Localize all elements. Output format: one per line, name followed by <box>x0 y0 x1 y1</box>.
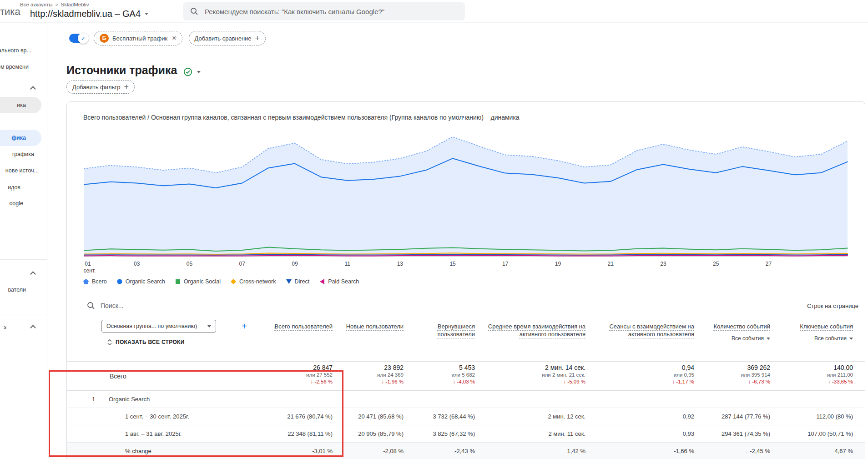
event-filter-dropdown[interactable]: Все события <box>814 335 853 343</box>
svg-text:27: 27 <box>766 261 772 267</box>
totals-cell: 26 847или 27 552↓ -2,56 % <box>247 362 333 390</box>
metric-cell: 20 471 (85,68 %) <box>333 413 404 420</box>
diamond-marker-icon <box>231 279 236 284</box>
row-name: Organic Search <box>109 396 150 403</box>
totals-cell: 140,00или 211,00↓ -33,65 % <box>770 362 853 390</box>
chevron-down-icon <box>207 325 211 328</box>
event-filter-label: Все события <box>814 335 847 343</box>
metric-cell: -2,45 % <box>694 448 770 454</box>
totals-value: 369 262 <box>747 364 770 371</box>
svg-text:сент.: сент. <box>84 267 96 274</box>
dimension-dropdown[interactable]: Основная группа... по умолчанию) <box>101 320 216 333</box>
sidebar-item[interactable]: еального вр... <box>0 47 31 54</box>
sidebar-item-label: фика <box>11 135 26 141</box>
totals-change: ↓ -2,56 % <box>310 379 333 384</box>
legend-item[interactable]: Paid Search <box>319 278 359 285</box>
column-header[interactable]: Новые пользователи <box>333 316 404 361</box>
comparison-toggle[interactable]: ✓ <box>69 34 87 43</box>
pentagon-marker-icon <box>83 279 89 284</box>
chevron-up-icon[interactable] <box>30 325 36 331</box>
column-header-label: Среднее время взаимодействия на активног… <box>475 323 585 338</box>
sidebar: еального вр...ом времениикафикатрафикано… <box>0 23 47 459</box>
sidebar-item[interactable]: нове источ... <box>5 167 39 174</box>
event-filter-dropdown[interactable]: Все события <box>732 335 770 343</box>
svg-text:09: 09 <box>292 261 298 267</box>
column-header[interactable]: ↓Всего пользователей <box>247 316 333 361</box>
legend-item[interactable]: Direct <box>286 278 310 285</box>
sidebar-item[interactable]: фика <box>0 130 41 146</box>
metric-cell: 22 348 (81,11 %) <box>247 430 333 437</box>
breadcrumb-separator-icon: > <box>56 2 58 7</box>
report-caret-icon[interactable] <box>197 71 201 73</box>
totals-change: ↓ -5,09 % <box>563 379 585 384</box>
breadcrumb-account[interactable]: SkladMebliv <box>61 2 89 7</box>
page-title[interactable]: Источники трафика <box>66 64 177 79</box>
table-body: 1Organic Search1 сент. – 30 сент. 2025г.… <box>67 391 865 459</box>
metric-cell: 2 мин. 12 сек. <box>475 413 585 420</box>
check-circle-icon[interactable] <box>183 67 192 76</box>
sidebar-item[interactable]: идов <box>8 184 20 191</box>
sidebar-item[interactable]: oogle <box>9 200 23 207</box>
sidebar-item[interactable]: s <box>4 324 6 330</box>
metric-cell: 3 732 (68,44 %) <box>404 413 475 420</box>
legend-label: Organic Search <box>126 278 165 285</box>
rows-per-page-label[interactable]: Строк на странице <box>807 303 858 309</box>
svg-text:13: 13 <box>397 261 404 267</box>
column-header[interactable]: Сеансы с взаимодействием на активного по… <box>585 316 694 361</box>
svg-text:05: 05 <box>187 261 193 267</box>
column-header[interactable]: Вернувшиеся пользователи <box>404 316 475 361</box>
chevron-up-icon[interactable] <box>30 86 36 92</box>
close-icon[interactable]: × <box>172 35 176 42</box>
totals-change: ↓ -1,17 % <box>672 379 694 384</box>
add-dimension-plus-icon[interactable]: + <box>242 322 247 331</box>
comparison-chip-free-traffic[interactable]: Б Бесплатный трафик × <box>94 31 182 45</box>
legend-item[interactable]: Cross-network <box>231 278 276 285</box>
column-header[interactable]: Среднее время взаимодействия на активног… <box>475 316 585 361</box>
divider <box>0 314 47 314</box>
breadcrumb[interactable]: Все аккаунты > SkladMebliv <box>20 2 89 7</box>
totals-value: 26 847 <box>313 364 333 371</box>
triangle-down-marker-icon <box>286 279 292 284</box>
legend-item[interactable]: Всего <box>83 278 107 285</box>
sort-descending-icon[interactable]: ↓ <box>273 322 277 330</box>
property-name[interactable]: http://skladmebliv.ua – GA4 <box>30 9 141 19</box>
breadcrumb-root[interactable]: Все аккаунты <box>20 2 53 7</box>
legend-item[interactable]: Organic Social <box>175 278 221 285</box>
add-comparison-button[interactable]: Добавить сравнение + <box>189 31 266 45</box>
topbar: тика Все аккаунты > SkladMebliv http://s… <box>0 0 868 23</box>
table-section: Поиск... Строк на странице Основная груп… <box>67 295 865 459</box>
property-selector[interactable]: http://skladmebliv.ua – GA4 <box>30 9 148 19</box>
totals-label: Всего <box>83 362 247 390</box>
metric-cell: 20 905 (85,79 %) <box>333 430 404 437</box>
table-search-row: Поиск... Строк на странице <box>67 295 865 316</box>
chevron-up-icon[interactable] <box>30 271 36 277</box>
add-filter-button[interactable]: Добавить фильтр + <box>66 80 135 94</box>
svg-text:21: 21 <box>608 261 614 267</box>
table-search-input[interactable]: Поиск... <box>101 302 123 309</box>
show-all-rows-button[interactable]: ПОКАЗАТЬ ВСЕ СТРОКИ <box>107 339 247 345</box>
totals-value: 2 мин. 14 сек. <box>545 364 585 371</box>
column-header[interactable]: Количество событийВсе события <box>694 316 770 361</box>
analytics-logo: тика <box>0 6 20 18</box>
totals-comparison-value: или 2 мин. 21 сек. <box>542 372 585 378</box>
totals-value: 23 892 <box>384 364 404 371</box>
comparison-badge: Б <box>100 34 109 43</box>
toggle-check-icon: ✓ <box>78 33 89 44</box>
table-row: 1 авг. – 31 авг. 2025г.22 348 (81,11 %)2… <box>67 425 865 443</box>
sidebar-item[interactable]: трафика <box>11 151 34 157</box>
table-row: 1 сент. – 30 сент. 2025г.21 676 (80,74 %… <box>67 408 865 425</box>
legend-item[interactable]: Organic Search <box>117 278 165 285</box>
sidebar-item[interactable]: ика <box>0 97 41 113</box>
triangle-left-marker-icon <box>319 279 325 284</box>
sidebar-item[interactable]: ватели <box>8 287 26 293</box>
legend-label: Paid Search <box>328 278 359 285</box>
column-header[interactable]: Ключевые событияВсе события <box>770 316 853 361</box>
metric-cell: 2 мин. 11 сек. <box>475 430 585 437</box>
show-all-rows-label: ПОКАЗАТЬ ВСЕ СТРОКИ <box>116 339 185 345</box>
plus-icon: + <box>124 83 129 91</box>
totals-change: ↓ -1,96 % <box>381 379 404 384</box>
metric-cell: 1,42 % <box>475 448 585 454</box>
global-search-input[interactable]: Рекомендуем поискать: "Как включить сигн… <box>183 2 465 20</box>
sidebar-item[interactable]: ом времени <box>0 64 29 70</box>
column-header-label: Количество событий <box>713 323 770 330</box>
